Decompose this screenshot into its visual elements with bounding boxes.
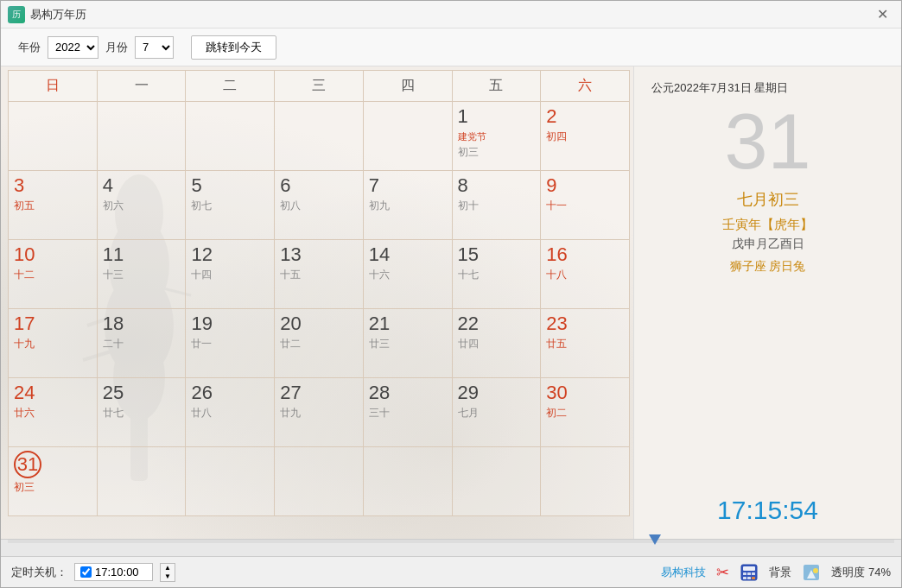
rp-lunar-day: 七月初三 [651, 189, 884, 210]
year-label: 年份 [18, 40, 41, 55]
calendar-cell[interactable]: 28三十 [363, 378, 452, 447]
calendar-cell[interactable]: 2初四 [541, 102, 630, 171]
calendar-cell[interactable]: 17十九 [9, 309, 98, 378]
jump-today-button[interactable]: 跳转到今天 [191, 35, 276, 60]
lunar-day: 初四 [546, 130, 624, 144]
rp-date-text: 公元2022年7月31日 星期日 [651, 80, 884, 96]
day-number: 22 [458, 313, 536, 335]
lunar-day: 廿八 [191, 406, 269, 420]
calculator-icon[interactable] [740, 563, 759, 582]
svg-rect-12 [752, 572, 755, 575]
today-circle: 31 [14, 451, 41, 478]
calendar-cell[interactable] [452, 447, 541, 516]
day-number: 18 [103, 313, 181, 335]
calendar-cell[interactable] [363, 447, 452, 516]
calendar-cell[interactable]: 19廿一 [186, 309, 275, 378]
lunar-day: 十五 [280, 268, 358, 282]
calendar-cell[interactable] [363, 102, 452, 171]
calendar-cell[interactable] [186, 102, 275, 171]
calendar-cell[interactable] [97, 447, 186, 516]
calendar-cell[interactable] [186, 447, 275, 516]
calendar-cell[interactable]: 16十八 [541, 240, 630, 309]
svg-point-18 [813, 568, 818, 573]
calendar-cell[interactable]: 25廿七 [97, 378, 186, 447]
calendar-cell[interactable]: 22廿四 [452, 309, 541, 378]
lunar-day: 初八 [280, 199, 358, 213]
calendar-cell[interactable] [275, 447, 364, 516]
timer-time-input[interactable] [95, 566, 147, 579]
slider-track[interactable] [8, 540, 894, 543]
timer-spin-up[interactable]: ▲ [161, 564, 175, 572]
calendar-cell[interactable]: 20廿二 [275, 309, 364, 378]
calendar-cell[interactable]: 31初三 [9, 447, 98, 516]
right-panel: 公元2022年7月31日 星期日 31 七月初三 壬寅年【虎年】 戊申月乙酉日 … [633, 66, 901, 539]
day-number: 28 [369, 382, 447, 404]
calendar-cell[interactable]: 8初十 [452, 171, 541, 240]
timer-spin-down[interactable]: ▼ [161, 572, 175, 581]
main-window: 历 易构万年历 ✕ 年份 2022 2020 2021 2023 2024 月份… [0, 0, 902, 588]
header-tue: 二 [186, 71, 275, 102]
calendar-cell[interactable]: 3初五 [9, 171, 98, 240]
calendar-cell[interactable]: 29七月 [452, 378, 541, 447]
calendar-area: 日 一 二 三 四 五 六 1建党节初三2初四3初五4初六5初七6初八7初九8初… [1, 66, 633, 539]
calendar-cell[interactable] [275, 102, 364, 171]
lunar-day: 初二 [546, 406, 624, 420]
scissors-icon[interactable]: ✂ [716, 563, 729, 582]
day-number: 7 [369, 174, 447, 197]
rp-ganzhi: 戊申月乙酉日 [651, 237, 884, 252]
slider-thumb[interactable] [649, 534, 661, 545]
timer-checkbox[interactable] [80, 566, 92, 578]
timer-checkbox-wrap [74, 563, 153, 581]
calendar-header-row: 日 一 二 三 四 五 六 [9, 71, 630, 102]
calendar-cell[interactable]: 21廿三 [363, 309, 452, 378]
lunar-day: 十九 [14, 337, 92, 351]
calendar-cell[interactable]: 11十三 [97, 240, 186, 309]
bg-icon[interactable] [802, 563, 821, 582]
calendar-cell[interactable]: 26廿八 [186, 378, 275, 447]
calendar-cell[interactable] [9, 102, 98, 171]
calendar-cell[interactable]: 4初六 [97, 171, 186, 240]
calendar-cell[interactable]: 12十四 [186, 240, 275, 309]
transparency-label: 透明度 74% [831, 565, 891, 580]
calendar-cell[interactable]: 23廿五 [541, 309, 630, 378]
app-icon: 历 [8, 6, 25, 23]
calendar-cell[interactable] [97, 102, 186, 171]
calendar-cell[interactable] [541, 447, 630, 516]
day-number: 4 [103, 174, 181, 197]
svg-rect-10 [743, 572, 746, 575]
calendar-cell[interactable]: 24廿六 [9, 378, 98, 447]
calendar-cell[interactable]: 10十二 [9, 240, 98, 309]
header-sat: 六 [541, 71, 630, 102]
brand-link[interactable]: 易构科技 [661, 565, 706, 580]
calendar-cell[interactable]: 13十五 [275, 240, 364, 309]
lunar-day: 十八 [546, 268, 624, 282]
calendar-cell[interactable]: 30初二 [541, 378, 630, 447]
day-number: 10 [14, 243, 92, 266]
calendar-cell[interactable]: 9十一 [541, 171, 630, 240]
svg-rect-11 [747, 572, 751, 575]
calendar-cell[interactable]: 1建党节初三 [452, 102, 541, 171]
calendar-cell[interactable]: 6初八 [275, 171, 364, 240]
header-fri: 五 [452, 71, 541, 102]
calendar-cell[interactable]: 15十七 [452, 240, 541, 309]
day-number: 25 [103, 382, 181, 404]
calendar-cell[interactable]: 5初七 [186, 171, 275, 240]
lunar-day: 廿四 [458, 337, 536, 351]
close-button[interactable]: ✕ [870, 3, 894, 27]
calendar-cell[interactable]: 14十六 [363, 240, 452, 309]
calendar-cell[interactable]: 18二十 [97, 309, 186, 378]
year-select[interactable]: 2022 2020 2021 2023 2024 [48, 36, 98, 59]
lunar-day: 十四 [191, 268, 269, 282]
calendar-cell[interactable]: 7初九 [363, 171, 452, 240]
svg-rect-15 [752, 577, 755, 579]
lunar-day: 廿三 [369, 337, 447, 351]
lunar-day: 十二 [14, 268, 92, 282]
calendar-week-5: 31初三 [9, 447, 630, 516]
svg-rect-9 [743, 566, 755, 571]
calendar-cell[interactable]: 27廿九 [275, 378, 364, 447]
lunar-day: 廿五 [546, 337, 624, 351]
month-select[interactable]: 7 1234 5689 101112 [135, 36, 174, 59]
header-wed: 三 [275, 71, 364, 102]
lunar-day: 十一 [546, 199, 624, 213]
rp-time: 17:15:54 [651, 496, 884, 525]
